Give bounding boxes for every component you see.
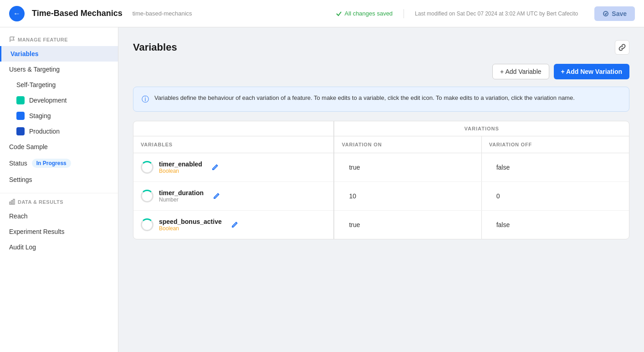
app-slug: time-based-mechanics xyxy=(133,10,192,17)
edit-icon[interactable] xyxy=(213,192,220,200)
sidebar-item-staging[interactable]: Staging xyxy=(0,108,118,124)
variation-off-value: 0 xyxy=(489,192,507,200)
svg-rect-1 xyxy=(10,202,11,204)
svg-rect-2 xyxy=(11,201,13,204)
flag-icon xyxy=(9,36,15,42)
manage-section-label: MANAGE FEATURE xyxy=(0,36,118,46)
variable-name: timer_duration xyxy=(159,189,204,197)
prod-indicator xyxy=(16,127,25,135)
sidebar-item-development[interactable]: Development xyxy=(0,93,118,108)
back-button[interactable]: ← xyxy=(9,6,25,21)
sidebar-item-users-targeting[interactable]: Users & Targeting xyxy=(0,62,118,77)
variables-tbody: timer_enabled Boolean true false timer_d… xyxy=(133,153,629,239)
col-variables-header: VARIABLES xyxy=(133,136,334,153)
loading-spinner xyxy=(141,218,153,231)
status-badge: In Progress xyxy=(32,159,71,168)
edit-icon[interactable] xyxy=(211,164,219,171)
variation-off-value: false xyxy=(489,221,517,228)
sidebar-item-code-sample[interactable]: Code Sample xyxy=(0,139,118,155)
info-box: ⓘ Variables define the behaviour of each… xyxy=(133,87,629,112)
table-subheader: VARIABLES VARIATION ON VARIATION OFF xyxy=(133,136,629,153)
variable-type: Boolean xyxy=(159,168,202,174)
save-status: All changes saved xyxy=(336,10,393,17)
sidebar-item-audit-log[interactable]: Audit Log xyxy=(0,239,118,255)
table-row: speed_bonus_active Boolean true false xyxy=(133,211,629,239)
chart-icon xyxy=(9,199,15,205)
data-section-label: DATA & RESULTS xyxy=(0,199,118,208)
sidebar-item-self-targeting[interactable]: Self-Targeting xyxy=(0,77,118,93)
sidebar: MANAGE FEATURE Variables Users & Targeti… xyxy=(0,27,118,352)
variation-off-value: false xyxy=(489,164,517,171)
info-icon: ⓘ xyxy=(142,94,149,105)
variable-cell: timer_enabled Boolean xyxy=(141,160,326,174)
add-variable-button[interactable]: + Add Variable xyxy=(492,64,549,79)
svg-rect-3 xyxy=(13,199,15,204)
variable-type: Number xyxy=(159,197,204,203)
add-new-variation-button[interactable]: + Add New Variation xyxy=(554,64,629,79)
link-icon[interactable] xyxy=(615,40,629,55)
actions-row: + Add Variable + Add New Variation xyxy=(133,64,629,79)
top-header: ← Time-Based Mechanics time-based-mechan… xyxy=(0,0,644,27)
check-icon xyxy=(336,10,342,17)
main-content: Variables + Add Variable + Add New Varia… xyxy=(118,27,644,352)
sidebar-item-reach[interactable]: Reach xyxy=(0,208,118,224)
variables-table: VARIATIONS VARIABLES VARIATION ON VARIAT… xyxy=(133,121,629,239)
sidebar-item-experiment-results[interactable]: Experiment Results xyxy=(0,224,118,239)
loading-spinner xyxy=(141,161,153,174)
sidebar-item-production[interactable]: Production xyxy=(0,124,118,139)
page-title: Variables xyxy=(133,41,177,53)
save-button[interactable]: Save xyxy=(594,6,635,21)
loading-spinner xyxy=(141,190,153,202)
save-icon xyxy=(603,10,609,17)
table-row: timer_duration Number 10 0 xyxy=(133,182,629,211)
page-header: Variables xyxy=(133,40,629,55)
dev-indicator xyxy=(16,96,25,104)
chain-link-icon xyxy=(618,44,626,51)
sidebar-item-variables[interactable]: Variables xyxy=(0,46,118,62)
variations-col-header: VARIATIONS xyxy=(334,121,629,136)
variation-on-value: true xyxy=(342,164,367,171)
page-layout: MANAGE FEATURE Variables Users & Targeti… xyxy=(0,27,644,352)
sidebar-status-row: Status In Progress xyxy=(0,155,118,172)
col-variation-off-header: VARIATION OFF xyxy=(481,136,629,153)
variable-type: Boolean xyxy=(159,225,222,232)
variations-header-row: VARIATIONS xyxy=(133,121,629,136)
variable-cell: timer_duration Number xyxy=(141,189,326,203)
col-variation-on-header: VARIATION ON xyxy=(334,136,481,153)
table-row: timer_enabled Boolean true false xyxy=(133,153,629,182)
variable-cell: speed_bonus_active Boolean xyxy=(141,218,326,232)
app-title: Time-Based Mechanics xyxy=(32,9,123,18)
sidebar-divider xyxy=(0,193,118,193)
variables-card: VARIATIONS VARIABLES VARIATION ON VARIAT… xyxy=(133,121,629,239)
edit-icon[interactable] xyxy=(231,221,238,228)
sidebar-item-settings[interactable]: Settings xyxy=(0,172,118,187)
staging-indicator xyxy=(16,112,25,120)
variable-name: timer_enabled xyxy=(159,160,202,168)
last-modified: Last modified on Sat Dec 07 2024 at 3:02… xyxy=(415,10,578,17)
variation-on-value: 10 xyxy=(342,192,363,200)
variable-name: speed_bonus_active xyxy=(159,218,222,225)
variation-on-value: true xyxy=(342,221,367,228)
header-divider xyxy=(404,9,404,18)
